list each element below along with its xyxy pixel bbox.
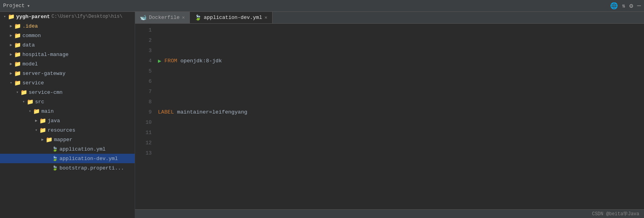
sidebar-label-model: model: [22, 61, 38, 67]
minimize-icon[interactable]: —: [637, 2, 641, 9]
sidebar-item-root[interactable]: ▾ 📁 yygh-parent C:\Users\lfy\Desktop\his…: [0, 12, 135, 21]
line-num-1: 1: [138, 25, 152, 35]
folder-icon-resources: 📁: [39, 127, 46, 134]
code-line-2: LABEL maintainer=leifengyang: [158, 107, 644, 117]
sidebar-item-java[interactable]: ▶ 📁 java: [0, 116, 135, 125]
file-icon-bootstrap-properties: 🍃: [52, 165, 58, 171]
editor-area: 🐋 Dockerfile ✕ 🍃 application-dev.yml ✕ 1…: [135, 12, 644, 218]
arrow-icon: ▾: [20, 99, 27, 104]
sidebar-item-model[interactable]: ▶ 📁 model: [0, 59, 135, 69]
sidebar-label-application-dev-yml: application-dev.yml: [59, 156, 118, 162]
tab-icon-application-dev-yml: 🍃: [195, 14, 201, 21]
arrow-icon: ▾: [8, 80, 14, 85]
code-editor: 1 2 3 4 5 6 7 8 9 10 11 12 13 ▶: [135, 24, 644, 209]
code-line-3: [158, 158, 644, 169]
tab-application-dev-yml[interactable]: 🍃 application-dev.yml ✕: [190, 12, 272, 23]
folder-icon-root: 📁: [8, 13, 15, 20]
line-num-6: 6: [138, 76, 152, 87]
folder-icon-data: 📁: [14, 42, 21, 48]
sidebar-item-data[interactable]: ▶ 📁 data: [0, 40, 135, 50]
tab-icon-dockerfile: 🐋: [140, 14, 147, 21]
file-icon-application-yml: 🍃: [52, 146, 58, 152]
line-num-4: 4: [138, 56, 152, 66]
sidebar-item-application-yml[interactable]: ▶ 🍃 application.yml: [0, 144, 135, 154]
sidebar-item-mapper[interactable]: ▶ 📁 mapper: [0, 135, 135, 144]
settings-icon[interactable]: ⚙: [629, 2, 633, 10]
arrow-icon: ▶: [8, 52, 14, 57]
sidebar-label-application-yml: application.yml: [59, 146, 106, 152]
run-arrow-icon: ▶: [158, 56, 161, 66]
kw-label: LABEL: [158, 107, 177, 117]
folder-icon-common: 📁: [14, 32, 21, 39]
file-icon-application-dev-yml: 🍃: [52, 156, 58, 162]
from-value: openjdk:8-jdk: [180, 56, 222, 66]
folder-icon-src: 📁: [27, 99, 33, 105]
sidebar-label-hospital-manage: hospital-manage: [22, 52, 69, 58]
arrow-icon: ▾: [14, 90, 20, 95]
tab-close-application-dev-yml[interactable]: ✕: [264, 15, 267, 20]
sidebar-label-service: service: [22, 80, 44, 86]
project-dropdown-icon[interactable]: ▾: [27, 3, 30, 9]
main-layout: ▾ 📁 yygh-parent C:\Users\lfy\Desktop\his…: [0, 12, 644, 218]
sidebar-item-src[interactable]: ▾ 📁 src: [0, 97, 135, 106]
sidebar-item-application-dev-yml[interactable]: ▶ 🍃 application-dev.yml: [0, 154, 135, 163]
tab-close-dockerfile[interactable]: ✕: [182, 15, 185, 20]
tab-label-dockerfile: Dockerfile: [149, 15, 180, 20]
arrow-icon: ▶: [8, 24, 14, 28]
arrow-icon: ▾: [27, 109, 33, 114]
tab-label-application-dev-yml: application-dev.yml: [204, 15, 262, 20]
sidebar-item-bootstrap-properties[interactable]: ▶ 🍃 bootstrap.properti...: [0, 163, 135, 173]
sidebar-label-bootstrap-properties: bootstrap.properti...: [59, 165, 124, 171]
sidebar-label-server-gateway: server-gateway: [22, 71, 65, 76]
sidebar-label-common: common: [22, 33, 41, 39]
sidebar-item-server-gateway[interactable]: ▶ 📁 server-gateway: [0, 69, 135, 78]
split-icon[interactable]: ⇅: [622, 2, 625, 9]
sidebar-item-service-cmn[interactable]: ▾ 📁 service-cmn: [0, 88, 135, 97]
arrow-icon: ▶: [8, 33, 14, 38]
sidebar-label-main: main: [41, 108, 54, 114]
title-bar: Project ▾ 🌐 ⇅ ⚙ —: [0, 0, 644, 12]
sidebar-item-service[interactable]: ▾ 📁 service: [0, 78, 135, 88]
folder-icon-main: 📁: [33, 108, 40, 115]
sidebar-label-data: data: [22, 42, 35, 48]
sidebar-item-common[interactable]: ▶ 📁 common: [0, 31, 135, 40]
label-value: maintainer=leifengyang: [177, 107, 247, 117]
status-bar: CSDN @beita学Java: [135, 209, 644, 218]
line-num-10: 10: [138, 117, 152, 128]
arrow-icon: ▶: [39, 137, 46, 142]
status-watermark: CSDN @beita学Java: [592, 211, 639, 217]
code-content[interactable]: ▶ FROM openjdk:8-jdk LABEL maintainer=le…: [155, 24, 644, 209]
project-label-group: Project ▾: [3, 3, 30, 9]
tab-dockerfile[interactable]: 🐋 Dockerfile ✕: [135, 12, 190, 23]
sidebar-label-service-cmn: service-cmn: [29, 89, 63, 95]
tab-bar: 🐋 Dockerfile ✕ 🍃 application-dev.yml ✕: [135, 12, 644, 24]
folder-icon-service: 📁: [14, 80, 21, 86]
run-indicator[interactable]: ▶: [158, 56, 161, 66]
sidebar-item-idea[interactable]: ▶ 📁 .idea: [0, 21, 135, 31]
line-numbers: 1 2 3 4 5 6 7 8 9 10 11 12 13: [135, 24, 155, 209]
folder-icon-mapper: 📁: [46, 136, 52, 143]
folder-icon-service-cmn: 📁: [20, 89, 27, 96]
line-num-9: 9: [138, 107, 152, 117]
line-num-5: 5: [138, 66, 152, 76]
sidebar-item-hospital-manage[interactable]: ▶ 📁 hospital-manage: [0, 50, 135, 59]
line-num-7: 7: [138, 87, 152, 97]
project-label: Project: [3, 3, 25, 9]
sidebar-label-idea: .idea: [22, 23, 38, 29]
root-path: C:\Users\lfy\Desktop\his\: [52, 14, 122, 19]
sidebar-label-java: java: [48, 118, 60, 124]
globe-icon[interactable]: 🌐: [610, 2, 618, 10]
folder-icon-idea: 📁: [14, 23, 21, 30]
code-line-1: ▶ FROM openjdk:8-jdk: [158, 56, 644, 66]
line-num-8: 8: [138, 97, 152, 107]
folder-icon-model: 📁: [14, 61, 21, 67]
sidebar-item-resources[interactable]: ▾ 📁 resources: [0, 125, 135, 135]
sidebar-label-src: src: [35, 99, 44, 105]
folder-icon-server-gateway: 📁: [14, 70, 21, 77]
sidebar-label-resources: resources: [48, 127, 75, 133]
sidebar-item-main[interactable]: ▾ 📁 main: [0, 106, 135, 116]
folder-icon-java: 📁: [39, 117, 46, 124]
line-num-3: 3: [138, 46, 152, 56]
line-num-2: 2: [138, 35, 152, 46]
sidebar: ▾ 📁 yygh-parent C:\Users\lfy\Desktop\his…: [0, 12, 135, 218]
